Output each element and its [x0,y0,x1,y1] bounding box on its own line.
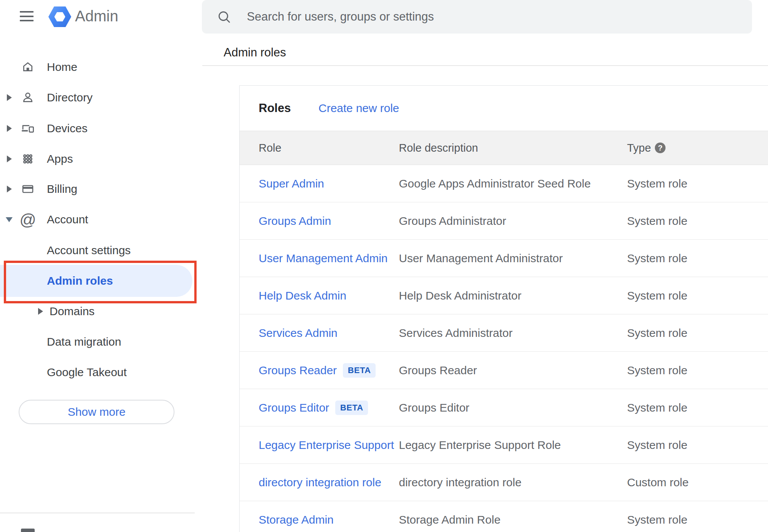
expand-arrow-icon[interactable] [38,308,43,315]
sidebar-item-billing[interactable]: Billing [0,174,202,204]
table-row: directory integration role directory int… [240,464,768,501]
at-sign-icon: @ [20,211,35,228]
role-link[interactable]: Groups Editor [259,401,329,414]
role-type: System role [627,289,687,302]
sidebar-item-domains[interactable]: Domains [0,296,202,327]
role-description: Storage Admin Role [399,513,501,526]
role-description: Groups Reader [399,364,477,377]
role-link[interactable]: directory integration role [259,476,381,489]
sidebar-item-data-migration[interactable]: Data migration [0,327,202,357]
role-description: User Management Administrator [399,252,563,265]
role-type: System role [627,215,687,228]
apps-grid-icon [20,151,35,167]
role-type: Custom role [627,476,689,489]
help-icon[interactable]: ? [655,143,666,153]
role-link[interactable]: Services Admin [259,327,338,340]
table-row: Groups Reader BETA Groups Reader System … [240,352,768,389]
role-description: Help Desk Administrator [399,289,522,302]
admin-logo-icon [48,6,71,27]
credit-card-icon [20,181,35,197]
sidebar-item-label: Home [47,61,77,74]
role-type: System role [627,513,687,526]
sidebar-bottom-divider [0,513,195,513]
table-row: Groups Admin Groups Administrator System… [240,202,768,240]
sidebar-item-label: Domains [50,305,94,318]
sidebar-item-label: Account settings [47,244,131,257]
role-type: System role [627,401,687,414]
search-placeholder: Search for users, groups or settings [247,10,434,24]
role-description: Groups Administrator [399,215,506,228]
sidebar-item-label: Billing [47,183,77,195]
role-link[interactable]: Groups Reader [259,364,337,377]
home-icon [20,59,35,75]
sidebar-item-label: Admin roles [47,274,113,287]
table-row: Help Desk Admin Help Desk Administrator … [240,277,768,314]
role-type: System role [627,177,687,190]
role-link[interactable]: Help Desk Admin [259,289,346,302]
sidebar: Admin Home Directory Devices Apps [0,0,202,532]
devices-icon [20,120,35,137]
app-title: Admin [75,7,118,25]
role-type: System role [627,439,687,452]
sidebar-item-home[interactable]: Home [0,52,202,82]
sidebar-item-label: Apps [47,152,73,165]
table-header-row: Role Role description Type ? [240,131,768,165]
show-more-button[interactable]: Show more [19,400,174,424]
role-link[interactable]: Storage Admin [259,513,334,526]
role-link[interactable]: User Management Admin [259,252,388,265]
sidebar-item-account[interactable]: @ Account [0,204,202,235]
sidebar-item-admin-roles[interactable]: Admin roles [0,265,202,297]
sidebar-item-label: Devices [47,122,88,135]
person-icon [20,89,35,106]
collapse-arrow-icon[interactable] [6,217,13,222]
sidebar-item-label: Directory [47,91,93,104]
table-row: Services Admin Services Administrator Sy… [240,314,768,352]
sidebar-item-google-takeout[interactable]: Google Takeout [0,357,202,388]
expand-arrow-icon[interactable] [7,94,12,101]
expand-arrow-icon[interactable] [7,125,12,132]
role-link[interactable]: Groups Admin [259,215,331,228]
roles-card: Roles Create new role Role Role descript… [239,85,768,532]
roles-title: Roles [259,101,291,115]
role-description: Google Apps Administrator Seed Role [399,177,591,190]
sidebar-item-label: Google Takeout [47,366,127,379]
column-header-type: Type [627,142,651,154]
role-link[interactable]: Super Admin [259,177,324,190]
search-icon [216,9,232,24]
role-description: Services Administrator [399,327,512,340]
beta-badge: BETA [343,363,376,378]
breadcrumb-divider [202,65,768,66]
role-description: Legacy Enterprise Support Role [399,439,561,452]
sidebar-item-account-settings[interactable]: Account settings [0,235,202,266]
sidebar-item-directory[interactable]: Directory [0,82,202,113]
expand-arrow-icon[interactable] [7,155,12,162]
sidebar-item-apps[interactable]: Apps [0,144,202,174]
column-header-description: Role description [399,142,478,154]
sidebar-item-label: Account [47,213,88,226]
menu-icon[interactable] [20,11,34,21]
beta-badge: BETA [335,401,368,415]
create-new-role-link[interactable]: Create new role [318,102,399,115]
sidebar-item-label: Data migration [47,335,121,348]
table-row: Legacy Enterprise Support Legacy Enterpr… [240,426,768,464]
table-row: Storage Admin Storage Admin Role System … [240,501,768,532]
role-description: directory integration role [399,476,522,489]
role-description: Groups Editor [399,401,469,414]
cut-off-bottom-icon[interactable] [21,529,35,532]
role-link[interactable]: Legacy Enterprise Support [259,439,394,452]
search-input[interactable]: Search for users, groups or settings [202,0,752,34]
role-type: System role [627,327,687,340]
table-row: Super Admin Google Apps Administrator Se… [240,165,768,202]
expand-arrow-icon[interactable] [7,186,12,192]
role-type: System role [627,252,687,265]
breadcrumb: Admin roles [224,46,286,59]
sidebar-item-devices[interactable]: Devices [0,113,202,144]
table-row: Groups Editor BETA Groups Editor System … [240,389,768,426]
table-row: User Management Admin User Management Ad… [240,240,768,277]
roles-card-header: Roles Create new role [240,86,768,131]
column-header-role: Role [259,142,282,154]
role-type: System role [627,364,687,377]
